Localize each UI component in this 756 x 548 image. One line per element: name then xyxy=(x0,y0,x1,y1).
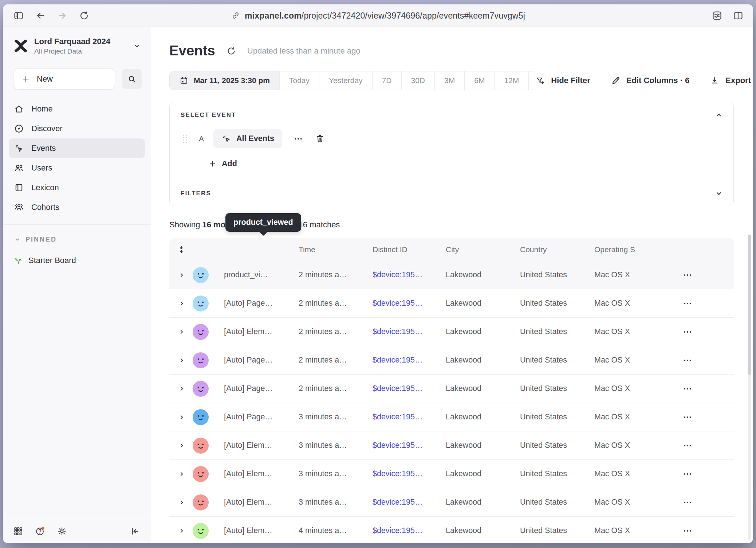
split-view-icon[interactable] xyxy=(733,10,744,21)
vertical-scrollbar[interactable] xyxy=(748,235,751,540)
cell-event: [Auto] Elem… xyxy=(224,526,299,535)
sidebar-item-events[interactable]: Events xyxy=(9,138,145,158)
search-button[interactable] xyxy=(122,69,142,89)
row-expander-icon[interactable] xyxy=(178,527,185,535)
cell-distinct-id[interactable]: $device:195… xyxy=(373,299,446,308)
cell-distinct-id[interactable]: $device:195… xyxy=(373,270,446,279)
cell-os: Mac OS X xyxy=(594,384,674,393)
row-more-icon[interactable] xyxy=(682,526,693,536)
apps-grid-icon[interactable] xyxy=(13,526,23,536)
date-segment-7d[interactable]: 7D xyxy=(373,71,402,90)
address-bar[interactable]: mixpanel.com/project/3472420/view/397469… xyxy=(231,11,525,20)
edit-columns-button[interactable]: Edit Columns · 6 xyxy=(611,76,690,86)
date-segment-xtd[interactable]: XTD xyxy=(529,71,535,90)
date-segment-12m[interactable]: 12M xyxy=(495,71,529,90)
cell-distinct-id[interactable]: $device:195… xyxy=(373,384,446,393)
new-button[interactable]: New xyxy=(13,68,115,90)
back-icon[interactable] xyxy=(35,10,46,21)
scrollbar-thumb[interactable] xyxy=(748,235,751,375)
table-row[interactable]: [Auto] Elem… 4 minutes a… $device:195… L… xyxy=(169,517,734,543)
cell-distinct-id[interactable]: $device:195… xyxy=(373,526,446,535)
row-more-icon[interactable] xyxy=(682,469,693,479)
row-expander-icon[interactable] xyxy=(178,328,185,336)
refresh-icon[interactable] xyxy=(226,46,236,56)
row-more-icon[interactable] xyxy=(682,497,693,508)
row-expander-icon[interactable] xyxy=(178,357,185,364)
chevron-down-icon[interactable] xyxy=(714,189,723,198)
avatar xyxy=(193,494,209,510)
chevron-up-icon[interactable] xyxy=(714,111,723,120)
row-more-icon[interactable] xyxy=(682,355,693,365)
cell-city: Lakewood xyxy=(446,299,520,308)
column-header-distinct-id[interactable]: Distinct ID xyxy=(373,245,446,254)
cell-country: United States xyxy=(520,526,594,535)
row-more-icon[interactable] xyxy=(682,412,693,422)
table-row[interactable]: product_vi… 2 minutes a… $device:195… La… xyxy=(169,261,734,289)
reload-icon[interactable] xyxy=(79,10,90,21)
project-switcher[interactable]: Lord Farquaad 2024 All Project Data xyxy=(3,36,151,55)
row-expander-icon[interactable] xyxy=(178,499,185,506)
pinned-section-header[interactable]: PINNED xyxy=(3,225,151,243)
cell-event: [Auto] Elem… xyxy=(224,327,299,336)
table-row[interactable]: [Auto] Elem… 3 minutes a… $device:195… L… xyxy=(169,431,734,460)
cell-distinct-id[interactable]: $device:195… xyxy=(373,412,446,422)
sidebar-item-lexicon[interactable]: Lexicon xyxy=(9,178,145,197)
cell-distinct-id[interactable]: $device:195… xyxy=(373,498,446,507)
table-row[interactable]: [Auto] Elem… 2 minutes a… $device:195… L… xyxy=(169,318,734,346)
row-more-icon[interactable] xyxy=(682,270,693,280)
date-segment-30d[interactable]: 30D xyxy=(402,71,435,90)
column-header-os[interactable]: Operating S xyxy=(594,245,674,254)
date-segment-3m[interactable]: 3M xyxy=(435,71,465,90)
column-header-time[interactable]: Time xyxy=(299,245,373,254)
sidebar-item-home[interactable]: Home xyxy=(9,99,145,119)
row-expander-icon[interactable] xyxy=(178,385,185,392)
gear-icon[interactable] xyxy=(57,526,67,536)
table-row[interactable]: [Auto] Page… 3 minutes a… $device:195… L… xyxy=(169,403,734,431)
cell-event: [Auto] Page… xyxy=(224,384,299,393)
row-expander-icon[interactable] xyxy=(178,271,185,279)
add-event-button[interactable]: Add xyxy=(208,159,722,168)
sidebar-item-discover[interactable]: Discover xyxy=(9,119,145,138)
date-segment-mar-11-2025-3-30-pm[interactable]: Mar 11, 2025 3:30 pm xyxy=(170,71,280,90)
event-icon xyxy=(221,134,231,144)
row-more-icon[interactable] xyxy=(682,298,693,309)
more-options-icon[interactable] xyxy=(293,134,303,144)
row-expander-icon[interactable] xyxy=(178,414,185,421)
column-header-city[interactable]: City xyxy=(446,245,520,254)
hide-filter-button[interactable]: Hide Filter xyxy=(535,76,590,86)
cell-distinct-id[interactable]: $device:195… xyxy=(373,469,446,478)
expand-collapse-all-icon[interactable] xyxy=(177,245,186,254)
table-row[interactable]: [Auto] Elem… 3 minutes a… $device:195… L… xyxy=(169,460,734,488)
cell-event: [Auto] Page… xyxy=(224,412,299,422)
sidebar-toggle-icon[interactable] xyxy=(13,10,24,21)
column-header-country[interactable]: Country xyxy=(520,245,594,254)
sidebar-item-starter-board[interactable]: Starter Board xyxy=(3,243,151,265)
table-row[interactable]: [Auto] Page… 2 minutes a… $device:195… L… xyxy=(169,289,734,318)
cell-os: Mac OS X xyxy=(594,327,674,336)
row-more-icon[interactable] xyxy=(682,384,693,394)
date-segment-6m[interactable]: 6M xyxy=(465,71,495,90)
table-row[interactable]: [Auto] Page… 2 minutes a… $device:195… L… xyxy=(169,346,734,375)
row-expander-icon[interactable] xyxy=(178,442,185,449)
trash-icon[interactable] xyxy=(315,134,325,144)
table-row[interactable]: [Auto] Page… 2 minutes a… $device:195… L… xyxy=(169,375,734,403)
export-button[interactable]: Export xyxy=(710,76,751,86)
cell-distinct-id[interactable]: $device:195… xyxy=(373,356,446,365)
cell-distinct-id[interactable]: $device:195… xyxy=(373,441,446,450)
table-row[interactable]: [Auto] Elem… 3 minutes a… $device:195… L… xyxy=(169,488,734,517)
event-selector[interactable]: All Events xyxy=(213,129,282,148)
collapse-sidebar-icon[interactable] xyxy=(130,526,140,536)
help-icon[interactable] xyxy=(35,526,45,536)
sidebar-item-cohorts[interactable]: Cohorts xyxy=(9,197,145,217)
forward-icon[interactable] xyxy=(57,10,68,21)
row-more-icon[interactable] xyxy=(682,327,693,337)
row-expander-icon[interactable] xyxy=(178,470,185,478)
date-segment-today[interactable]: Today xyxy=(280,71,319,90)
date-segment-yesterday[interactable]: Yesterday xyxy=(319,71,373,90)
cell-distinct-id[interactable]: $device:195… xyxy=(373,327,446,336)
row-more-icon[interactable] xyxy=(682,441,693,451)
row-expander-icon[interactable] xyxy=(178,300,185,307)
drag-handle[interactable] xyxy=(181,133,189,144)
page-settings-icon[interactable] xyxy=(712,10,722,21)
sidebar-item-users[interactable]: Users xyxy=(9,158,145,178)
